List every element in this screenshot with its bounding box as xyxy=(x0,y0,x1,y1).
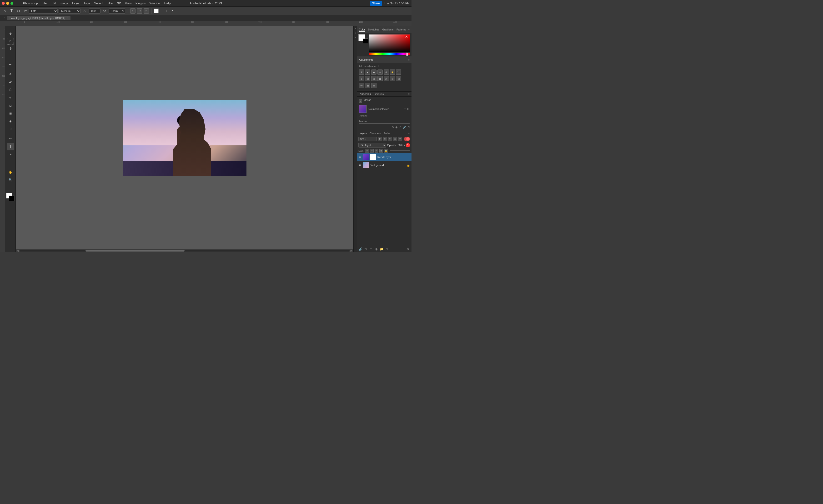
tab-paths[interactable]: Paths xyxy=(384,132,390,135)
layer-item-blend[interactable]: 👁 Blend Layer xyxy=(357,153,412,161)
opacity-dropdown[interactable]: ▾ xyxy=(404,144,405,146)
lock-transparent-pixels[interactable]: ⊞ xyxy=(365,149,369,153)
text-options-icon[interactable]: T▾ xyxy=(22,8,28,14)
stamp-tool[interactable]: ⎙ xyxy=(7,86,14,93)
color-swatches[interactable] xyxy=(6,193,15,201)
exposure-btn[interactable]: ≋ xyxy=(377,69,383,75)
photo-filter-btn[interactable]: ⊞ xyxy=(365,76,370,81)
blend-mode-select[interactable]: Pin Light xyxy=(358,143,386,148)
background-swatch[interactable] xyxy=(363,38,368,44)
pixel-filter[interactable]: P xyxy=(378,137,382,141)
canvas-image[interactable] xyxy=(123,100,246,176)
black-white-btn[interactable]: B xyxy=(359,76,364,81)
hand-tool[interactable]: ✋ xyxy=(7,168,14,176)
background-color[interactable] xyxy=(9,196,15,201)
hue-slider[interactable] xyxy=(369,53,410,55)
layers-menu[interactable]: ≡ xyxy=(408,132,409,135)
gradient-tool[interactable]: ▦ xyxy=(7,109,14,117)
share-button[interactable]: Share xyxy=(370,1,382,6)
layer-visibility-bg[interactable]: 👁 xyxy=(358,164,362,167)
tab-gradients[interactable]: Gradients xyxy=(382,28,394,32)
dodge-tool[interactable]: ☽ xyxy=(7,125,14,133)
brightness-contrast-btn[interactable]: ☀ xyxy=(359,69,364,75)
mask-thumbnail[interactable] xyxy=(359,105,366,113)
tab-color[interactable]: Color xyxy=(359,28,365,32)
new-group-icon[interactable]: 📁 xyxy=(379,247,384,251)
mask-icon-2[interactable]: ◉ xyxy=(395,125,398,129)
panel-menu-icon[interactable]: ≡ xyxy=(408,28,409,31)
color-panel-header[interactable]: Color Swatches Gradients Patterns ≡ xyxy=(357,26,412,33)
feather-slider[interactable] xyxy=(359,123,409,124)
plugins-menu[interactable]: Plugins xyxy=(136,1,146,5)
help-menu[interactable]: Help xyxy=(164,1,171,5)
tab-layers[interactable]: Layers xyxy=(359,132,367,135)
tab-channels[interactable]: Channels xyxy=(370,132,380,135)
mask-icon-4[interactable]: 🔗 xyxy=(403,125,406,129)
layer-item-background[interactable]: 👁 Background 🔒 xyxy=(357,161,412,169)
brush-tool[interactable]: 🖌 xyxy=(7,78,14,86)
add-style-icon[interactable]: fx xyxy=(364,247,368,251)
hue-saturation-btn[interactable]: ⚡ xyxy=(390,69,395,75)
zoom-tool[interactable]: 🔍 xyxy=(7,176,14,184)
vibrance-btn[interactable]: ⊕ xyxy=(384,69,389,75)
opacity-value[interactable]: 50% xyxy=(398,144,403,147)
layer-visibility-blend[interactable]: 👁 xyxy=(358,156,362,159)
eyedropper-tool[interactable]: ✒ xyxy=(7,60,14,68)
3d-menu[interactable]: 3D xyxy=(117,1,121,5)
mask-type-icon[interactable]: □ xyxy=(359,99,362,102)
crop-tool[interactable]: ⌗ xyxy=(7,53,14,60)
mask-icon-5[interactable]: ⊟ xyxy=(407,125,409,129)
delete-layer-icon[interactable]: 🗑 xyxy=(406,247,410,251)
mask-icon-3[interactable]: ↗ xyxy=(399,125,401,129)
gradient-map-btn[interactable]: ▤ xyxy=(365,83,370,88)
color-gradient-picker[interactable] xyxy=(369,34,410,55)
curves-btn[interactable]: ◉ xyxy=(371,69,376,75)
select-menu[interactable]: Select xyxy=(94,1,103,5)
adjustment-filter[interactable]: ≋ xyxy=(383,137,387,141)
tab-patterns[interactable]: Patterns xyxy=(396,28,406,32)
lock-all[interactable]: 🔒 xyxy=(384,149,388,153)
align-left-button[interactable]: ⇤ xyxy=(130,8,136,14)
layer-menu[interactable]: Layer xyxy=(72,1,80,5)
tab-close-icon[interactable]: × xyxy=(67,17,68,19)
color-balance-btn[interactable]: ⬛ xyxy=(396,69,401,75)
text-tool[interactable]: T xyxy=(7,143,14,151)
scroll-left-icon[interactable]: ◀ xyxy=(17,249,19,252)
collapse-icon[interactable]: ⟩ xyxy=(355,27,356,30)
type-filter[interactable]: T xyxy=(388,137,392,141)
character-panel-icon[interactable]: ¶ xyxy=(170,8,175,14)
layer-kind-select[interactable]: Kind ▾ xyxy=(358,137,377,141)
move-tool[interactable]: ✛ xyxy=(7,30,14,38)
tab-libraries[interactable]: Libraries xyxy=(374,92,384,95)
text-color-swatch[interactable] xyxy=(154,9,159,13)
selective-color-btn[interactable]: ⋯ xyxy=(359,83,364,88)
type-menu[interactable]: Type xyxy=(84,1,90,5)
shape-filter[interactable]: □ xyxy=(393,137,397,141)
lock-position[interactable]: ✛ xyxy=(374,149,378,153)
image-menu[interactable]: Image xyxy=(59,1,68,5)
history-brush[interactable]: ↺ xyxy=(7,94,14,101)
font-family-select[interactable]: Lato xyxy=(29,8,58,14)
align-center-button[interactable]: ⇥ xyxy=(137,8,142,14)
new-layer-icon[interactable]: □ xyxy=(384,247,389,251)
font-style-select[interactable]: Medium xyxy=(59,8,80,14)
levels-btn[interactable]: ▲ xyxy=(365,69,370,75)
new-adjustment-icon[interactable]: ◑ xyxy=(374,247,378,251)
properties-menu[interactable]: ≡ xyxy=(408,92,409,95)
path-select[interactable]: ↗ xyxy=(7,151,14,158)
smart-filter[interactable]: ▽ xyxy=(398,137,402,141)
tab-list-icon[interactable]: × xyxy=(2,15,7,21)
threshold-btn[interactable]: ⊟ xyxy=(396,76,401,81)
adjustments-menu[interactable]: ≡ xyxy=(408,58,409,61)
filter-menu[interactable]: Filter xyxy=(107,1,113,5)
mask-icon-1[interactable]: ⊕ xyxy=(392,125,394,129)
scrollbar-thumb[interactable] xyxy=(86,250,185,252)
mask-options-icon[interactable]: ⊠ xyxy=(407,107,409,111)
window-menu[interactable]: Window xyxy=(149,1,160,5)
canvas-scrollbar-horizontal[interactable]: ◀ ▶ xyxy=(16,249,353,252)
font-size-input[interactable] xyxy=(89,8,101,14)
blur-tool[interactable]: ◉ xyxy=(7,117,14,125)
tab-swatches[interactable]: Swatches xyxy=(368,28,379,32)
text-orientation-icon[interactable]: ⇕T xyxy=(16,8,21,14)
warp-text-icon[interactable]: ⊤ xyxy=(164,8,169,14)
